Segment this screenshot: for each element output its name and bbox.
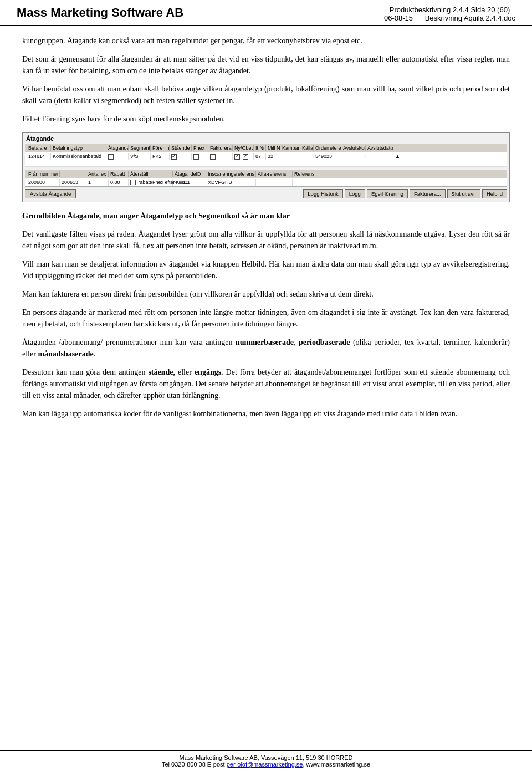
cell-fnex-chk[interactable] (192, 153, 208, 160)
header-doc: Beskrivning Aquila 2.4.4.doc (425, 14, 515, 22)
header-subtitle: 06-08-15 Beskrivning Aquila 2.4.4.doc (384, 14, 515, 22)
cell-kalla (300, 156, 314, 157)
fakturera-button[interactable]: Fakturera... (410, 189, 446, 198)
ataganade-box: Åtagande Betalare Betalningstyp Åtagande… (22, 132, 510, 202)
cell-nyobetald-chk[interactable] (233, 153, 254, 160)
cell-empty (27, 162, 505, 163)
header-right: Produktbeskrivning 2.4.4 Sida 20 (60) 06… (384, 6, 515, 22)
col-header-betalningstyp: Betalningstyp (51, 145, 106, 151)
ataganade-data-row-1: 124614 Kommissionsanbetaid V/S FK2 87 32 (25, 152, 507, 161)
cell-rabatt: 0,00 (109, 179, 129, 186)
checkbox-nyobetald-1[interactable] (234, 154, 240, 160)
header-date: 06-08-15 (384, 14, 413, 22)
cell-alfaref (256, 179, 293, 186)
cell-antal: 1 (86, 179, 109, 186)
logg-historik-button[interactable]: Logg Historik (303, 189, 342, 198)
sub-col-till (60, 171, 86, 177)
page: Mass Marketing Software AB Produktbeskri… (0, 0, 532, 771)
p10-prefix: Dessutom kan man göra dem antingen (22, 368, 148, 376)
cell-itnr: 87 (254, 153, 266, 160)
footer-email-link[interactable]: per-olof@massmarketing.se (227, 761, 303, 768)
checkbox-fakturerad[interactable] (210, 154, 216, 160)
p9-comma: , (294, 338, 299, 346)
col-header-staende: Stående (170, 145, 192, 151)
footer-suffix: , www.massmarketing.se (303, 761, 370, 768)
ataganade-right-buttons: Logg Historik Logg Egeil förening Faktur… (303, 189, 507, 198)
cell-aterstall: rabatt/Fnex efter 40011 (129, 179, 173, 186)
ataganade-col-headers: Betalare Betalningstyp Åtagande Segment … (25, 144, 507, 152)
header: Mass Marketing Software AB Produktbeskri… (0, 0, 532, 26)
cell-ataganade-chk[interactable] (106, 153, 129, 160)
col-header-forening: Förening (151, 145, 170, 151)
checkbox-aterstall[interactable] (130, 180, 136, 185)
cell-fakturerad-chk[interactable] (208, 153, 233, 160)
cell-kampanj (280, 156, 300, 157)
egeil-forening-button[interactable]: Egeil förening (367, 189, 408, 198)
col-header-kalla: Källa (300, 145, 314, 151)
footer-line2: Tel 0320-800 08 E-post per-olof@massmark… (17, 761, 515, 768)
cell-staende-chk[interactable] (170, 153, 192, 160)
paragraph-4: Fältet Förening syns bara för de som köp… (22, 113, 510, 125)
paragraph-6: Vill man kan man se detaljerat informati… (22, 258, 510, 282)
col-header-fakturerad: Fakturerad (208, 145, 233, 151)
cell-orderref: 549023 (314, 153, 341, 160)
paragraph-7: Man kan fakturera en person direkt från … (22, 288, 510, 300)
sub-data-row-1: 200608 200613 1 0,00 rabatt/Fnex efter 4… (25, 178, 507, 187)
paragraph-1: kundgruppen. Åtagande kan också vara att… (22, 35, 510, 47)
paragraph-10: Dessutom kan man göra dem antingen ståen… (22, 366, 510, 401)
slut-ut-avi-button[interactable]: Slut ut avi. (447, 189, 480, 198)
col-header-kampanj: Kampanj (280, 145, 300, 151)
cell-avslkod (341, 156, 366, 157)
sub-col-ataganadeid: ÅtagandeID (173, 171, 206, 177)
ataganade-buttons-row: Avsluta Åtagande Logg Historik Logg Egei… (25, 189, 507, 198)
checkbox-ataganade[interactable] (108, 154, 114, 160)
p10-middle1: eller (175, 368, 195, 376)
sub-col-aterstall: Återställ (129, 171, 173, 177)
col-header-betalare: Betalare (27, 145, 51, 151)
col-header-orderref: Orderreferens (314, 145, 341, 151)
cell-tillnr: 32 (266, 153, 280, 160)
p9-suffix: . (94, 350, 96, 358)
section-heading-1: Grundbilden Åtagande, man anger Åtagande… (22, 210, 510, 222)
paragraph-11: Man kan lägga upp automatiska koder för … (22, 408, 510, 420)
p9-bold2: periodbaserade (299, 338, 350, 346)
paragraph-5: Det vanligaste fälten visas på raden. Åt… (22, 228, 510, 252)
sub-col-referens: Referens (293, 171, 326, 177)
cell-scroll[interactable]: ▲ (393, 153, 401, 160)
checkbox-fnex[interactable] (193, 154, 199, 160)
paragraph-8: En persons åtagande är markerad med rött… (22, 307, 510, 330)
helbild-button[interactable]: Helbild (482, 189, 507, 198)
sub-col-headers: Från nummer Antal ex Rabatt Återställ Åt… (25, 170, 507, 178)
p10-bold2: engångs. (195, 368, 223, 376)
sub-col-inscref: Inscaneringsreferens (206, 171, 256, 177)
cell-referens (293, 179, 326, 186)
cell-inscref: XDVFGHB (206, 179, 256, 186)
avsluta-ataganade-button[interactable]: Avsluta Åtagande (25, 189, 76, 198)
ataganade-lower-section: Från nummer Antal ex Rabatt Återställ Åt… (25, 170, 507, 187)
sub-col-alfaref: Alfa-referens (256, 171, 293, 177)
company-logo: Mass Marketing Software AB (17, 6, 183, 20)
col-header-tillnr: Mill Nr (266, 145, 280, 151)
footer-tel-prefix: Tel 0320-800 08 E-post (162, 761, 227, 768)
cell-betalningstyp: Kommissionsanbetaid (51, 153, 106, 160)
col-header-ataganade: Åtagande (106, 145, 129, 151)
main-content: kundgruppen. Åtagande kan också vara att… (0, 26, 532, 750)
sub-col-antal: Antal ex (86, 171, 109, 177)
cell-segment: V/S (129, 153, 151, 160)
p9-prefix: Åtaganden /abonnemang/ prenumerationer m… (22, 338, 236, 346)
checkbox-nyobetald-2[interactable] (243, 154, 248, 160)
ataganade-box-title: Åtagande (25, 135, 507, 142)
cell-empty2 (27, 165, 505, 166)
sub-col-rabatt: Rabatt (109, 171, 129, 177)
ataganade-sub-table: Från nummer Antal ex Rabatt Återställ Åt… (25, 170, 507, 187)
col-header-scroll (393, 145, 401, 151)
cell-betalare: 124614 (27, 153, 51, 160)
p10-bold1: stående, (148, 368, 175, 376)
footer: Mass Marketing Software AB, Vassevägen 1… (0, 750, 532, 771)
col-header-nyobetald: Ny/Obetald (233, 145, 254, 151)
ataganade-data-row-3 (25, 164, 507, 167)
cell-fran: 200608 (27, 179, 60, 186)
col-header-itnr: It Nr (254, 145, 266, 151)
checkbox-staende[interactable] (171, 154, 177, 160)
logg-button[interactable]: Logg (345, 189, 365, 198)
